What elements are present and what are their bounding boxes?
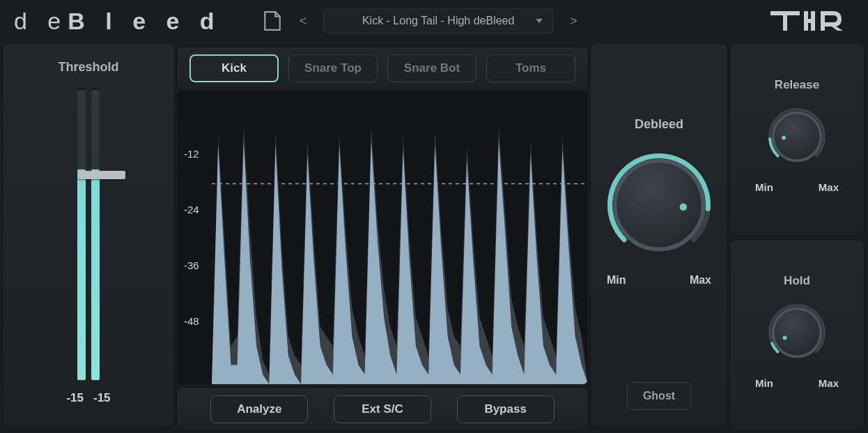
- btn-label: Bypass: [484, 402, 526, 416]
- release-panel: Release Min Max: [730, 45, 864, 235]
- hold-knob[interactable]: [768, 303, 826, 362]
- preset-nav: < Kick - Long Tail - High deBleed >: [295, 8, 582, 33]
- min-label: Min: [607, 274, 626, 287]
- ghost-button[interactable]: Ghost: [627, 382, 691, 410]
- preset-selected-label: Kick - Long Tail - High deBleed: [362, 15, 515, 27]
- svg-point-10: [773, 308, 821, 356]
- analyze-button[interactable]: Analyze: [210, 395, 308, 423]
- svg-point-11: [783, 335, 787, 340]
- threshold-value-right: -15: [93, 391, 111, 405]
- min-label: Min: [755, 377, 773, 389]
- svg-point-8: [773, 113, 821, 161]
- tabs-bar: Kick Snare Top Snare Bot Toms: [177, 47, 588, 89]
- brand-logo: [770, 8, 854, 33]
- top-bar: d eB l e e d < Kick - Long Tail - High d…: [0, 0, 868, 42]
- threshold-slider[interactable]: [50, 89, 127, 381]
- tab-label: Toms: [516, 61, 546, 75]
- waveform-chart: -12-24-36-48: [177, 91, 588, 384]
- extsc-button[interactable]: Ext S/C: [334, 395, 431, 423]
- threshold-panel: Threshold -15 -15: [3, 45, 174, 427]
- y-tick-label: -48: [184, 315, 199, 327]
- hold-minmax: Min Max: [755, 377, 839, 389]
- max-label: Max: [819, 377, 839, 389]
- min-label: Min: [755, 181, 773, 193]
- preset-select[interactable]: Kick - Long Tail - High deBleed: [323, 8, 553, 33]
- svg-point-9: [782, 136, 786, 140]
- file-icon[interactable]: [263, 10, 281, 31]
- svg-point-7: [680, 203, 688, 211]
- y-tick-label: -24: [184, 204, 199, 215]
- chevron-down-icon: [536, 19, 543, 23]
- debleed-minmax: Min Max: [607, 274, 711, 287]
- threshold-value-left: -15: [66, 391, 84, 405]
- svg-point-6: [614, 160, 703, 249]
- tab-toms[interactable]: Toms: [486, 54, 575, 82]
- btn-label: Ext S/C: [362, 402, 403, 416]
- tab-label: Kick: [222, 61, 247, 75]
- center-panel: Kick Snare Top Snare Bot Toms -12-24-36-…: [177, 42, 588, 433]
- release-knob[interactable]: [768, 107, 826, 166]
- hold-panel: Hold Min Max: [730, 241, 864, 431]
- preset-prev-button[interactable]: <: [295, 11, 311, 31]
- threshold-fill-left: [77, 169, 86, 380]
- tab-label: Snare Top: [304, 61, 362, 75]
- debleed-label: Debleed: [635, 117, 683, 132]
- main: Threshold -15 -15 Kick Snare Top Snare B…: [0, 42, 868, 433]
- svg-rect-1: [783, 11, 787, 31]
- preset-next-button[interactable]: >: [566, 11, 582, 31]
- tab-snare-bot[interactable]: Snare Bot: [387, 54, 476, 82]
- threshold-fill-right: [91, 169, 100, 380]
- threshold-slot-left: [77, 89, 86, 381]
- logo-pre: d e: [14, 8, 68, 34]
- max-label: Max: [819, 181, 839, 193]
- app-logo: d eB l e e d: [14, 8, 222, 35]
- bottom-bar: Analyze Ext S/C Bypass: [177, 388, 588, 430]
- debleed-knob[interactable]: [607, 153, 711, 257]
- logo-bold: B l e e d: [68, 8, 221, 34]
- y-tick-label: -36: [184, 259, 199, 271]
- release-label: Release: [775, 78, 819, 92]
- y-tick-label: -12: [184, 148, 199, 160]
- btn-label: Analyze: [237, 402, 281, 416]
- svg-rect-4: [804, 19, 815, 23]
- tab-kick[interactable]: Kick: [189, 54, 279, 82]
- max-label: Max: [690, 274, 711, 287]
- threshold-label: Threshold: [58, 60, 118, 75]
- tab-snare-top[interactable]: Snare Top: [288, 54, 378, 82]
- tab-label: Snare Bot: [404, 61, 460, 75]
- debleed-panel: Debleed Min Max Ghost: [591, 45, 727, 427]
- hold-label: Hold: [784, 274, 810, 288]
- right-column: Release Min Max Hold Min Max: [730, 42, 867, 433]
- release-minmax: Min Max: [755, 181, 839, 193]
- threshold-handle[interactable]: [78, 171, 125, 179]
- bypass-button[interactable]: Bypass: [457, 395, 555, 423]
- btn-label: Ghost: [643, 390, 675, 402]
- threshold-slot-right: [91, 89, 100, 381]
- threshold-values: -15 -15: [66, 391, 110, 405]
